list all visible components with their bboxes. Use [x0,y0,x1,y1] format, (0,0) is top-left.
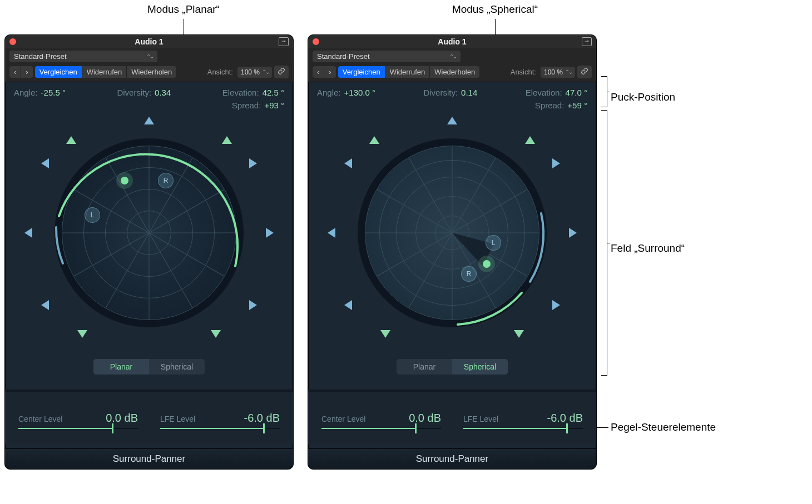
mode-tabs: Planar Spherical [93,359,205,375]
speaker-icon [77,328,87,338]
window-title: Audio 1 [5,37,293,46]
angle-value[interactable]: -25.5 ° [41,88,66,97]
tab-spherical[interactable]: Spherical [452,359,508,375]
view-label: Ansicht: [207,68,233,76]
compare-button[interactable]: Vergleichen [338,66,385,78]
svg-marker-16 [328,228,335,238]
puck-position-readouts: Angle:+130.0 ° Diversity:0.14 Elevation:… [308,82,596,110]
speaker-icon [247,158,257,168]
speaker-icon [380,328,390,338]
svg-marker-10 [211,330,221,338]
tab-spherical[interactable]: Spherical [149,359,205,375]
center-level-label: Center Level [321,415,365,423]
svg-marker-9 [77,330,87,338]
r-marker[interactable]: R [158,173,174,188]
puck-position-readouts: Angle:-25.5 ° Diversity:0.34 Elevation:4… [5,82,293,110]
center-level-slider[interactable] [321,428,441,429]
level-controls: Center Level 0.0 dB LFE Level -6.0 dB [308,390,596,445]
speaker-icon [41,158,51,168]
plugin-name: Surround-Panner [308,448,596,469]
close-icon[interactable] [9,38,16,45]
title-bar[interactable]: Audio 1 ⇥ [308,35,596,48]
elevation-value[interactable]: 42.5 ° [263,88,284,97]
svg-marker-11 [447,117,457,124]
next-button[interactable]: › [324,66,335,78]
sidebar-toggle-icon[interactable]: ⇥ [582,37,592,46]
redo-button[interactable]: Wiederholen [430,66,479,78]
undo-button[interactable]: Widerrufen [385,66,430,78]
spread-value[interactable]: +93 ° [264,101,284,110]
zoom-stepper[interactable]: 100 %⌃⌄ [541,67,575,78]
speaker-icon [222,136,232,146]
lfe-level-slider[interactable] [463,428,583,429]
preset-dropdown[interactable]: Standard-Preset ⌃⌄ [313,51,461,62]
spread-arc [352,133,552,333]
lfe-level-value[interactable]: -6.0 dB [244,412,280,425]
annotation-level-controls: Pegel-Steuerelemente [611,421,716,433]
speaker-icon [66,136,76,146]
speaker-icon [344,158,354,168]
speaker-icon [328,228,338,238]
svg-marker-18 [344,300,352,310]
speaker-icon [550,158,560,168]
svg-marker-2 [222,136,232,144]
spread-arc [49,133,249,333]
surround-field[interactable]: L R [308,113,596,352]
center-level-value[interactable]: 0.0 dB [409,412,441,425]
compare-button[interactable]: Vergleichen [35,66,82,78]
lfe-level-value[interactable]: -6.0 dB [547,412,583,425]
spread-value[interactable]: +59 ° [567,101,587,110]
svg-marker-7 [41,300,49,310]
zoom-stepper[interactable]: 100 %⌃⌄ [237,67,272,78]
redo-button[interactable]: Wiederholen [127,66,176,78]
prev-button[interactable]: ‹ [9,66,21,78]
elevation-value[interactable]: 47.0 ° [566,88,587,97]
annotation-planar: Modus „Planar“ [67,3,300,16]
pan-puck[interactable] [121,177,128,184]
link-button[interactable] [577,66,592,78]
title-bar[interactable]: Audio 1 ⇥ [5,35,293,48]
speaker-icon [247,300,257,310]
center-level-slider[interactable] [18,428,138,429]
svg-marker-21 [514,330,524,338]
svg-marker-19 [552,300,560,310]
svg-marker-5 [24,228,32,238]
speaker-icon [514,328,524,338]
center-level-value[interactable]: 0.0 dB [106,412,138,425]
svg-marker-13 [525,136,535,144]
tab-planar[interactable]: Planar [93,359,149,375]
link-button[interactable] [274,66,289,78]
diversity-value[interactable]: 0.34 [155,88,171,97]
lfe-level-slider[interactable] [160,428,280,429]
svg-marker-1 [66,136,76,144]
tab-planar[interactable]: Planar [397,359,452,375]
svg-marker-15 [552,158,560,168]
level-controls: Center Level 0.0 dB LFE Level -6.0 dB [5,390,293,445]
pan-puck[interactable] [483,260,491,268]
speaker-icon [447,117,457,127]
plugin-name: Surround-Panner [5,448,293,469]
diversity-value[interactable]: 0.14 [461,88,477,97]
chevron-up-down-icon: ⌃⌄ [449,53,456,59]
l-marker[interactable]: L [85,207,100,223]
r-marker[interactable]: R [461,266,477,282]
annotation-spherical: Modus „Spherical“ [378,3,612,16]
surround-panner-window-spherical: Audio 1 ⇥ Standard-Preset ⌃⌄ ‹ › Verglei… [308,34,597,470]
surround-field[interactable]: R L [5,113,293,352]
angle-value[interactable]: +130.0 ° [344,88,375,97]
chevron-up-down-icon: ⌃⌄ [146,53,153,59]
preset-dropdown[interactable]: Standard-Preset ⌃⌄ [9,51,157,62]
svg-marker-6 [266,228,274,238]
speaker-icon [24,228,34,238]
l-marker[interactable]: L [486,235,501,251]
sidebar-toggle-icon[interactable]: ⇥ [279,37,289,46]
speaker-icon [525,136,535,146]
speaker-icon [264,228,274,238]
svg-marker-8 [249,300,257,310]
next-button[interactable]: › [21,66,32,78]
speaker-icon [344,300,354,310]
surround-panner-window-planar: Audio 1 ⇥ Standard-Preset ⌃⌄ ‹ › Verglei… [4,34,294,470]
close-icon[interactable] [313,38,319,45]
undo-button[interactable]: Widerrufen [82,66,127,78]
prev-button[interactable]: ‹ [313,66,324,78]
